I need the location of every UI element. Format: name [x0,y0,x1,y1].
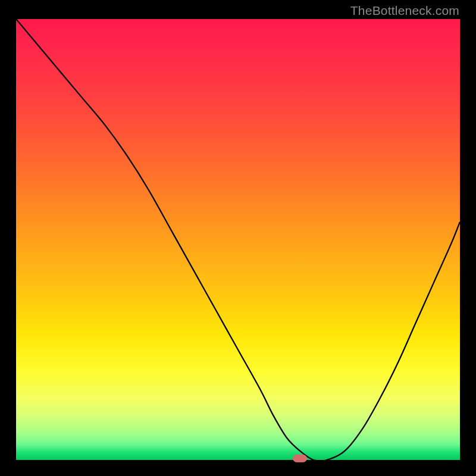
watermark-text: TheBottleneck.com [350,4,459,18]
plot-area [16,19,460,460]
chart-frame: TheBottleneck.com [0,0,476,476]
optimal-marker [293,455,307,462]
